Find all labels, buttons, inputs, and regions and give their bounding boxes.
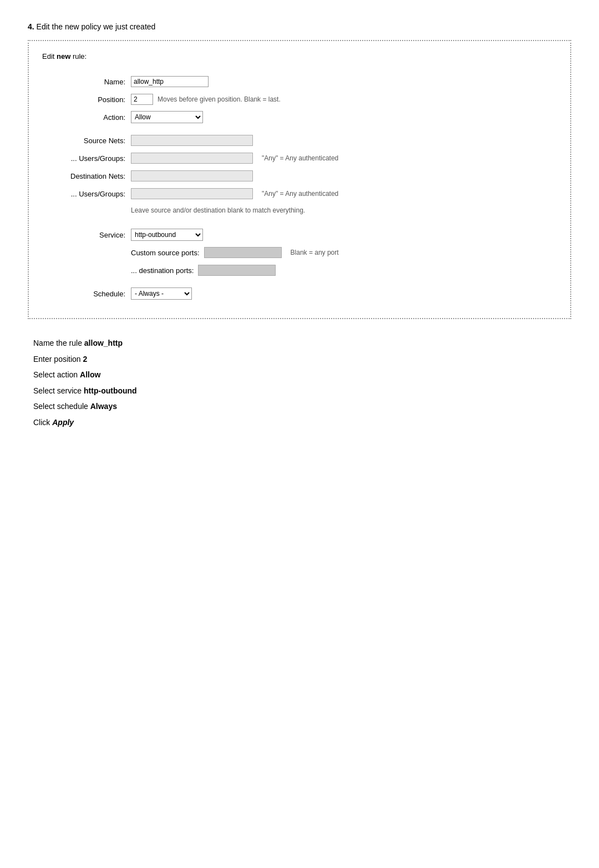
destination-nets-value-container [131, 170, 557, 181]
form-box: Edit new rule: Name: Position: Moves bef… [28, 40, 571, 319]
source-nets-value-container [131, 135, 557, 146]
step-text: Edit the new policy we just created [37, 22, 156, 31]
source-nets-row: Source Nets: [42, 134, 557, 147]
instruction-4-bold: http-outbound [84, 386, 137, 395]
any-auth-label-2: "Any" = Any authenticated [262, 190, 338, 198]
schedule-value-container: - Always - Work Hours After Hours [131, 287, 557, 300]
any-auth-label-1: "Any" = Any authenticated [262, 154, 338, 162]
destination-nets-input[interactable] [131, 170, 253, 181]
instructions: Name the rule allow_http Enter position … [28, 336, 571, 430]
blank-port-note: Blank = any port [291, 249, 339, 256]
custom-source-ports-input[interactable] [204, 247, 282, 258]
instruction-1: Name the rule allow_http [33, 336, 571, 351]
step-header: 4. Edit the new policy we just created [28, 22, 571, 31]
users-groups-row-1: ... Users/Groups: "Any" = Any authentica… [42, 152, 557, 165]
destination-ports-value: ... destination ports: [131, 265, 557, 276]
name-value-container [131, 76, 557, 87]
custom-source-ports-value: Custom source ports: Blank = any port [131, 247, 557, 258]
instruction-5: Select schedule Always [33, 399, 571, 414]
instruction-5-bold: Always [90, 402, 117, 411]
form-title-bold: new [57, 52, 70, 60]
action-label: Action: [42, 113, 131, 122]
name-input[interactable] [131, 76, 209, 87]
instruction-1-bold: allow_http [84, 339, 123, 347]
source-nets-label: Source Nets: [42, 137, 131, 145]
schedule-select[interactable]: - Always - Work Hours After Hours [131, 287, 192, 300]
action-value-container: Allow Deny Reject [131, 111, 557, 123]
name-label: Name: [42, 78, 131, 86]
position-row: Position: Moves before given position. B… [42, 93, 557, 106]
schedule-row: Schedule: - Always - Work Hours After Ho… [42, 287, 557, 300]
instruction-3-bold: Allow [80, 370, 100, 379]
users-groups-input-2[interactable] [131, 188, 253, 199]
name-row: Name: [42, 75, 557, 88]
source-nets-input[interactable] [131, 135, 253, 146]
instruction-6-italic: Apply [52, 418, 74, 427]
destination-ports-label: ... destination ports: [131, 266, 194, 275]
destination-nets-label: Destination Nets: [42, 172, 131, 180]
service-value-container: http-outbound http https any [131, 229, 557, 241]
users-groups-row-2: ... Users/Groups: "Any" = Any authentica… [42, 187, 557, 200]
step-number: 4. [28, 22, 34, 31]
custom-source-ports-label: Custom source ports: [131, 249, 200, 257]
form-title-prefix: Edit [42, 52, 57, 60]
custom-source-ports-row: Custom source ports: Blank = any port [42, 246, 557, 259]
form-title: Edit new rule: [42, 52, 557, 60]
source-dest-note: Leave source and/or destination blank to… [131, 206, 305, 214]
position-input[interactable] [131, 94, 153, 105]
service-label: Service: [42, 231, 131, 239]
service-select[interactable]: http-outbound http https any [131, 229, 203, 241]
source-dest-note-row: Leave source and/or destination blank to… [42, 205, 557, 218]
action-row: Action: Allow Deny Reject [42, 110, 557, 124]
service-row: Service: http-outbound http https any [42, 228, 557, 241]
instruction-4: Select service http-outbound [33, 383, 571, 398]
users-groups-input-1[interactable] [131, 153, 253, 164]
destination-ports-input[interactable] [198, 265, 276, 276]
position-label: Position: [42, 95, 131, 104]
instruction-6: Click Apply [33, 415, 571, 430]
users-groups-label-1: ... Users/Groups: [42, 154, 131, 163]
position-value-container: Moves before given position. Blank = las… [131, 94, 557, 105]
users-groups-label-2: ... Users/Groups: [42, 190, 131, 198]
instruction-2: Enter position 2 [33, 352, 571, 367]
action-select[interactable]: Allow Deny Reject [131, 111, 203, 123]
instruction-2-bold: 2 [83, 355, 88, 364]
users-groups-value-1: "Any" = Any authenticated [131, 153, 557, 164]
instruction-3: Select action Allow [33, 367, 571, 382]
position-hint: Moves before given position. Blank = las… [158, 95, 281, 103]
form-title-suffix: rule: [70, 52, 87, 60]
destination-nets-row: Destination Nets: [42, 169, 557, 183]
destination-ports-row: ... destination ports: [42, 264, 557, 277]
source-dest-note-container: Leave source and/or destination blank to… [131, 205, 557, 218]
schedule-label: Schedule: [42, 290, 131, 298]
users-groups-value-2: "Any" = Any authenticated [131, 188, 557, 199]
